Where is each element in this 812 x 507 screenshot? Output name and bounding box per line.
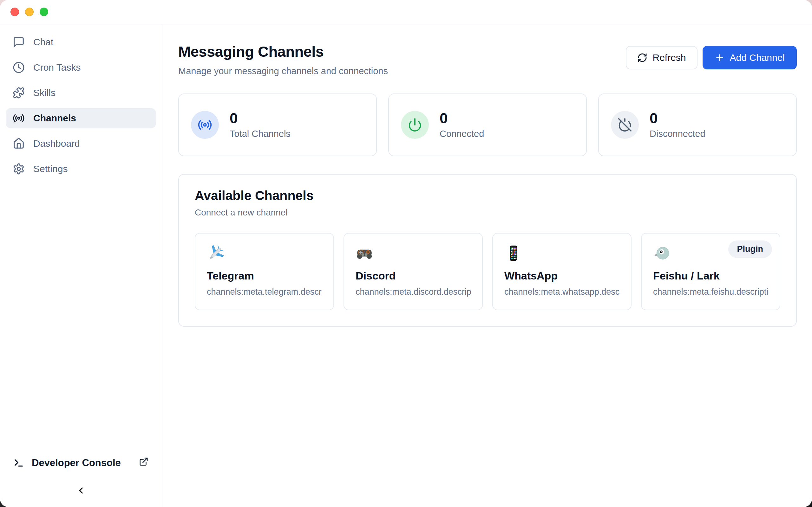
refresh-label: Refresh bbox=[653, 52, 686, 63]
add-channel-label: Add Channel bbox=[730, 52, 785, 63]
sidebar-item-label: Chat bbox=[33, 37, 53, 48]
channel-description: channels:meta.feishu.description bbox=[653, 287, 768, 297]
stat-card-total-channels: 0 Total Channels bbox=[178, 94, 377, 156]
total-channels-label: Total Channels bbox=[230, 129, 291, 139]
home-icon bbox=[13, 137, 25, 150]
broadcast-icon bbox=[191, 111, 219, 139]
page-subtitle: Manage your messaging channels and conne… bbox=[178, 66, 388, 77]
add-channel-button[interactable]: Add Channel bbox=[703, 46, 797, 69]
titlebar bbox=[0, 0, 812, 24]
gamepad-emoji bbox=[356, 244, 471, 263]
available-channels-title: Available Channels bbox=[195, 188, 780, 203]
sidebar-item-label: Dashboard bbox=[33, 138, 80, 149]
minimize-window-button[interactable] bbox=[25, 8, 34, 16]
developer-console-label: Developer Console bbox=[32, 457, 121, 469]
refresh-icon bbox=[637, 53, 647, 63]
puzzle-icon bbox=[13, 87, 25, 99]
channel-name: WhatsApp bbox=[504, 270, 619, 282]
channel-name: Discord bbox=[356, 270, 471, 282]
disconnected-label: Disconnected bbox=[650, 129, 705, 139]
sidebar-item-label: Cron Tasks bbox=[33, 62, 81, 73]
stat-card-disconnected: 0 Disconnected bbox=[598, 94, 797, 156]
channel-card-feishu[interactable]: Plugin Feishu / Lark bbox=[641, 233, 780, 310]
airplane-emoji bbox=[207, 244, 322, 263]
sidebar-item-skills[interactable]: Skills bbox=[6, 83, 156, 103]
disconnected-value: 0 bbox=[650, 111, 705, 125]
connected-value: 0 bbox=[440, 111, 484, 125]
sidebar-item-cron-tasks[interactable]: Cron Tasks bbox=[6, 57, 156, 78]
zoom-window-button[interactable] bbox=[40, 8, 48, 16]
channel-name: Feishu / Lark bbox=[653, 270, 768, 282]
refresh-button[interactable]: Refresh bbox=[626, 46, 697, 69]
total-channels-value: 0 bbox=[230, 111, 291, 125]
channel-card-telegram[interactable]: Telegram channels:meta.telegram.descript bbox=[195, 233, 334, 310]
developer-console-link[interactable]: Developer Console bbox=[6, 457, 156, 469]
channel-description: channels:meta.whatsapp.descrip bbox=[504, 287, 619, 297]
collapse-sidebar-button[interactable] bbox=[76, 486, 86, 496]
terminal-icon bbox=[13, 458, 24, 468]
sidebar-item-settings[interactable]: Settings bbox=[6, 159, 156, 179]
connected-label: Connected bbox=[440, 129, 484, 139]
app-window: Chat Cron Tasks Skills Channels Dashboar bbox=[0, 0, 812, 507]
sidebar-item-chat[interactable]: Chat bbox=[6, 32, 156, 52]
channel-card-whatsapp[interactable]: WhatsApp channels:meta.whatsapp.descrip bbox=[492, 233, 631, 310]
channel-grid: Telegram channels:meta.telegram.descript bbox=[195, 233, 780, 310]
channel-card-discord[interactable]: Discord channels:meta.discord.descriptio bbox=[344, 233, 483, 310]
sidebar-item-label: Settings bbox=[33, 164, 67, 174]
channel-description: channels:meta.discord.descriptio bbox=[356, 287, 471, 297]
sidebar-nav: Chat Cron Tasks Skills Channels Dashboar bbox=[6, 32, 156, 179]
sidebar-item-label: Channels bbox=[33, 113, 76, 124]
channel-description: channels:meta.telegram.descript bbox=[207, 287, 322, 297]
main-content: Messaging Channels Manage your messaging… bbox=[162, 24, 812, 507]
smartphone-emoji bbox=[504, 244, 619, 263]
sidebar-item-label: Skills bbox=[33, 88, 55, 98]
stat-card-connected: 0 Connected bbox=[388, 94, 587, 156]
sidebar: Chat Cron Tasks Skills Channels Dashboar bbox=[0, 24, 162, 507]
plugin-badge: Plugin bbox=[728, 240, 772, 258]
available-channels-subtitle: Connect a new channel bbox=[195, 208, 780, 218]
chat-bubble-icon bbox=[13, 36, 25, 48]
sidebar-item-dashboard[interactable]: Dashboard bbox=[6, 133, 156, 154]
external-link-icon bbox=[139, 457, 148, 469]
sidebar-item-channels[interactable]: Channels bbox=[6, 108, 156, 128]
plus-icon bbox=[715, 53, 725, 63]
close-window-button[interactable] bbox=[10, 8, 19, 16]
clock-icon bbox=[13, 61, 25, 73]
power-icon bbox=[401, 111, 429, 139]
channel-name: Telegram bbox=[207, 270, 322, 282]
stats-row: 0 Total Channels 0 Connected bbox=[178, 94, 797, 156]
available-channels-panel: Available Channels Connect a new channel bbox=[178, 174, 797, 326]
gear-icon bbox=[13, 163, 25, 175]
page-title: Messaging Channels bbox=[178, 43, 388, 60]
radio-icon bbox=[13, 112, 25, 124]
power-off-icon bbox=[611, 111, 639, 139]
